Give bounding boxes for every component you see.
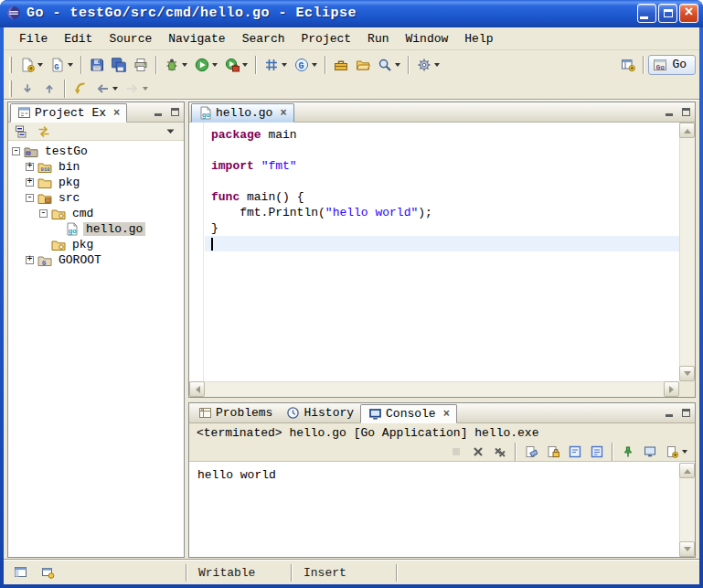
menu-window[interactable]: Window: [398, 29, 457, 48]
go-element-button[interactable]: G: [292, 55, 320, 75]
menu-file[interactable]: File: [11, 29, 56, 48]
pin-console-button[interactable]: [618, 442, 638, 462]
tree-item-cmd[interactable]: cmd: [8, 206, 184, 221]
search-button[interactable]: [375, 55, 403, 75]
close-icon[interactable]: [113, 108, 120, 119]
dropdown-arrow-icon[interactable]: [395, 63, 400, 67]
print-button[interactable]: [131, 55, 151, 75]
tab-problems[interactable]: Problems: [191, 403, 279, 422]
remove-all-button[interactable]: [490, 442, 510, 462]
console-output-area[interactable]: hello world: [189, 463, 695, 557]
scroll-down-button[interactable]: [679, 541, 695, 557]
go-perspective-button[interactable]: Go Go: [648, 55, 696, 75]
maximize-view-button[interactable]: [678, 405, 693, 420]
dropdown-arrow-icon[interactable]: [37, 63, 43, 67]
menu-help[interactable]: Help: [456, 29, 501, 48]
menu-navigate[interactable]: Navigate: [160, 29, 233, 48]
word-wrap-button[interactable]: [565, 442, 585, 462]
save-button[interactable]: [87, 55, 107, 75]
dropdown-arrow-icon[interactable]: [434, 63, 440, 67]
dropdown-arrow-icon[interactable]: [312, 63, 317, 67]
dropdown-arrow-icon[interactable]: [682, 450, 687, 454]
maximize-button[interactable]: [658, 4, 677, 23]
dropdown-arrow-icon[interactable]: [68, 63, 73, 67]
close-icon[interactable]: [280, 108, 286, 119]
tree-expander[interactable]: [26, 163, 34, 171]
editor-horizontal-scrollbar[interactable]: [189, 381, 679, 397]
open-folder-button[interactable]: [353, 55, 373, 75]
fast-view-button[interactable]: [11, 562, 31, 583]
maximize-view-button[interactable]: [678, 104, 693, 119]
next-annotation-button[interactable]: [17, 79, 37, 99]
minimize-view-button[interactable]: [662, 405, 676, 420]
toolbar-grip[interactable]: [9, 57, 12, 73]
minimize-button[interactable]: [637, 4, 656, 23]
link-with-editor-button[interactable]: [34, 122, 54, 142]
new-go-app-button[interactable]: [261, 55, 290, 75]
dropdown-arrow-icon[interactable]: [212, 63, 218, 67]
scroll-right-button[interactable]: [664, 381, 679, 397]
menu-search[interactable]: Search: [234, 29, 293, 48]
toolbar-grip[interactable]: [9, 80, 12, 97]
tree-item-bin[interactable]: 010bin: [8, 159, 184, 175]
open-perspective-button[interactable]: [618, 55, 638, 75]
scroll-down-button[interactable]: [679, 366, 695, 381]
console-vertical-scrollbar[interactable]: [679, 463, 695, 557]
open-console-button[interactable]: [662, 442, 690, 462]
scroll-left-button[interactable]: [189, 381, 205, 397]
tree-expander[interactable]: [12, 147, 20, 155]
tab-console[interactable]: Console: [360, 404, 457, 423]
tree-expander[interactable]: [39, 209, 48, 218]
close-button[interactable]: [679, 4, 698, 23]
terminate-button[interactable]: [446, 442, 466, 462]
go-tools-button[interactable]: [414, 55, 442, 75]
remove-launch-button[interactable]: [468, 442, 488, 462]
dropdown-arrow-icon[interactable]: [112, 87, 118, 91]
tree-expander[interactable]: [26, 194, 34, 202]
tree-item-src[interactable]: src: [8, 190, 184, 206]
save-all-button[interactable]: [109, 55, 129, 75]
project-explorer-tab[interactable]: Project Ex: [10, 103, 127, 123]
menu-source[interactable]: Source: [101, 29, 160, 48]
dropdown-arrow-icon[interactable]: [143, 87, 148, 91]
menu-edit[interactable]: Edit: [56, 29, 101, 48]
clear-console-button[interactable]: [521, 442, 541, 462]
titlebar[interactable]: Go - testGo/src/cmd/hello.go - Eclipse: [0, 0, 703, 27]
editor-vertical-scrollbar[interactable]: [679, 123, 695, 381]
dropdown-arrow-icon[interactable]: [182, 63, 187, 67]
tree-expander[interactable]: [26, 256, 34, 264]
scroll-lock-button[interactable]: [543, 442, 563, 462]
tree-expander[interactable]: [26, 178, 34, 187]
show-view-button[interactable]: [37, 562, 58, 583]
tree-item-testgo[interactable]: testGo: [8, 144, 184, 159]
show-stdout-button[interactable]: [587, 442, 607, 462]
forward-button[interactable]: [122, 79, 151, 99]
project-tree[interactable]: testGo010binpkgsrccmdgohello.gopkgGGOROO…: [8, 141, 184, 557]
display-console-button[interactable]: [640, 442, 660, 462]
prev-annotation-button[interactable]: [39, 79, 59, 99]
editor-tab-hello-go[interactable]: go hello.go: [191, 103, 294, 123]
back-button[interactable]: [92, 79, 121, 99]
tree-item-goroot[interactable]: GGOROOT: [8, 252, 184, 268]
maximize-view-button[interactable]: [167, 104, 182, 119]
toolbox-button[interactable]: [331, 55, 351, 75]
code-area[interactable]: package mainimport "fmt"func main() { fm…: [205, 123, 679, 381]
minimize-view-button[interactable]: [662, 104, 676, 119]
dropdown-arrow-icon[interactable]: [282, 63, 287, 67]
collapse-all-button[interactable]: [12, 122, 32, 142]
view-menu-button[interactable]: [160, 122, 180, 142]
last-edit-location-button[interactable]: [70, 79, 91, 99]
tree-item-pkg[interactable]: pkg: [8, 237, 184, 252]
menu-run[interactable]: Run: [359, 29, 397, 48]
dropdown-arrow-icon[interactable]: [242, 63, 248, 67]
scroll-up-button[interactable]: [679, 463, 695, 478]
menu-project[interactable]: Project: [293, 29, 359, 48]
debug-button[interactable]: [162, 55, 190, 75]
external-tools-button[interactable]: [222, 55, 250, 75]
close-icon[interactable]: [443, 409, 450, 420]
new-go-element-button[interactable]: G: [48, 55, 76, 75]
minimize-view-button[interactable]: [151, 104, 165, 119]
new-wizard-button[interactable]: [17, 55, 46, 75]
scroll-up-button[interactable]: [679, 123, 695, 138]
run-button[interactable]: [192, 55, 220, 75]
